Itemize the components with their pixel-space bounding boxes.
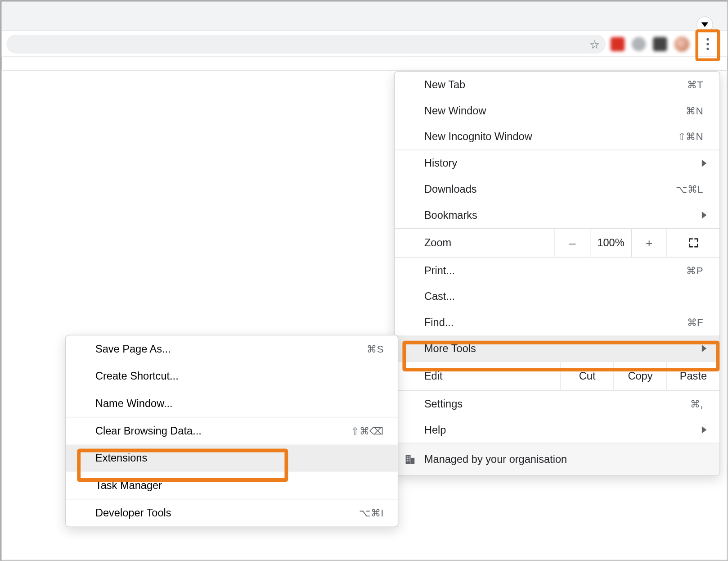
svg-rect-3 xyxy=(409,457,409,457)
svg-rect-1 xyxy=(411,458,415,464)
submenu-task-manager[interactable]: Task Manager xyxy=(66,472,398,499)
menu-zoom-row: Zoom – 100% + xyxy=(395,228,719,258)
tab-strip xyxy=(2,2,728,31)
chevron-right-icon xyxy=(702,345,706,352)
extension-icon[interactable] xyxy=(653,37,667,51)
menu-help[interactable]: Help xyxy=(395,417,719,443)
submenu-name-window[interactable]: Name Window... xyxy=(66,390,398,417)
menu-new-window[interactable]: New Window ⌘N xyxy=(395,98,719,124)
menu-settings[interactable]: Settings ⌘, xyxy=(395,391,719,417)
submenu-create-shortcut[interactable]: Create Shortcut... xyxy=(66,362,398,389)
extension-icon[interactable] xyxy=(632,37,646,51)
menu-cast[interactable]: Cast... xyxy=(395,284,719,310)
menu-find[interactable]: Find... ⌘F xyxy=(395,309,719,335)
chevron-right-icon xyxy=(702,426,706,434)
address-bar[interactable]: ☆ xyxy=(6,34,606,53)
copy-button[interactable]: Copy xyxy=(613,362,666,390)
svg-rect-7 xyxy=(409,460,409,461)
profile-avatar-icon[interactable] xyxy=(674,36,689,51)
menu-new-tab[interactable]: New Tab ⌘T xyxy=(395,72,719,98)
browser-toolbar: ☆ xyxy=(2,31,728,57)
bookmark-star-icon[interactable]: ☆ xyxy=(589,37,600,51)
zoom-out-button[interactable]: – xyxy=(554,229,590,257)
building-icon xyxy=(404,453,416,465)
paste-button[interactable]: Paste xyxy=(666,362,719,390)
svg-rect-2 xyxy=(407,457,408,457)
svg-rect-6 xyxy=(407,460,408,461)
extension-icon[interactable] xyxy=(611,37,625,51)
edit-label: Edit xyxy=(424,370,443,383)
submenu-dev-tools[interactable]: Developer Tools ⌥⌘I xyxy=(66,499,398,526)
menu-downloads[interactable]: Downloads ⌥⌘L xyxy=(395,176,719,202)
menu-new-incognito[interactable]: New Incognito Window ⇧⌘N xyxy=(395,124,719,150)
fullscreen-icon[interactable] xyxy=(666,229,719,257)
menu-history[interactable]: History xyxy=(395,150,719,176)
svg-rect-5 xyxy=(409,458,409,459)
more-tools-submenu: Save Page As... ⌘S Create Shortcut... Na… xyxy=(65,335,398,527)
menu-edit-row: Edit Cut Copy Paste xyxy=(395,362,719,391)
svg-rect-0 xyxy=(406,455,411,464)
managed-by-org[interactable]: Managed by your organisation xyxy=(395,443,719,475)
menu-bookmarks[interactable]: Bookmarks xyxy=(395,202,719,228)
dropdown-badge-icon[interactable] xyxy=(697,16,713,33)
submenu-extensions[interactable]: Extensions xyxy=(66,444,398,471)
zoom-percent: 100% xyxy=(590,229,631,257)
submenu-save-page[interactable]: Save Page As... ⌘S xyxy=(66,335,398,362)
chrome-main-menu: New Tab ⌘T New Window ⌘N New Incognito W… xyxy=(394,71,720,476)
kebab-menu-button[interactable] xyxy=(697,32,719,55)
zoom-in-button[interactable]: + xyxy=(631,229,667,257)
svg-rect-4 xyxy=(407,458,408,459)
cut-button[interactable]: Cut xyxy=(561,362,614,390)
managed-label: Managed by your organisation xyxy=(424,453,567,466)
chevron-right-icon xyxy=(702,160,706,167)
zoom-label: Zoom xyxy=(424,237,451,249)
chevron-right-icon xyxy=(702,212,706,219)
menu-print[interactable]: Print... ⌘P xyxy=(395,258,719,284)
menu-more-tools[interactable]: More Tools xyxy=(395,335,719,362)
submenu-clear-data[interactable]: Clear Browsing Data... ⇧⌘⌫ xyxy=(66,417,398,444)
